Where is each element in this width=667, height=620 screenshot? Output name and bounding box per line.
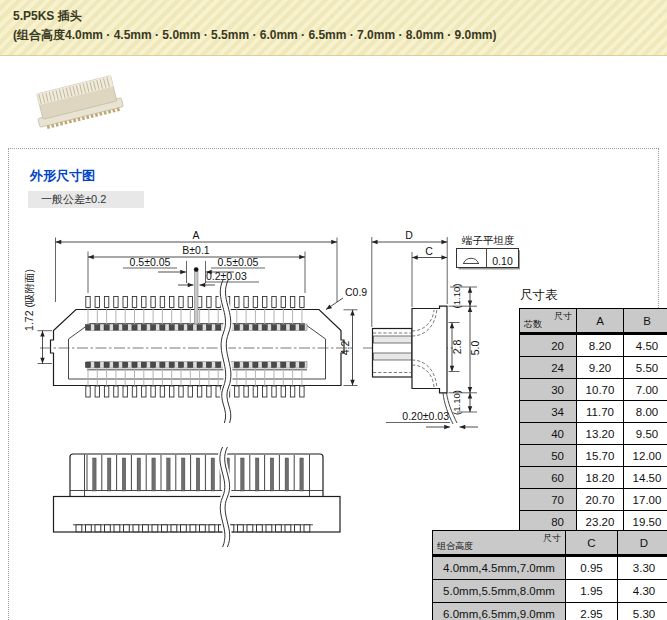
height-table-body: 4.0mm,4.5mm,7.0mm0.953.305.0mm,5.5mm,8.0… bbox=[433, 556, 667, 620]
flatness-title: 端子平坦度 bbox=[461, 234, 515, 246]
table-row: 3411.708.00 bbox=[520, 401, 667, 423]
value-cell: 8.00 bbox=[624, 401, 667, 423]
value-cell: 7.00 bbox=[624, 379, 667, 401]
paren-110-top: (1.10) bbox=[451, 284, 462, 309]
size-table-header-row: 尺寸 芯数 A B bbox=[520, 309, 667, 334]
value-cell: 3.30 bbox=[618, 556, 667, 580]
value-cell: 4.30 bbox=[618, 580, 667, 603]
table-row: 6.0mm,6.5mm,9.0mm2.955.30 bbox=[433, 603, 667, 620]
value-cell: 0.95 bbox=[566, 556, 618, 580]
size-table-body: 208.204.50249.205.503010.707.003411.708.… bbox=[520, 334, 667, 556]
table-row: 5.0mm,5.5mm,8.0mm1.954.30 bbox=[433, 580, 667, 603]
chamfer-leader bbox=[326, 298, 343, 310]
chamfer-label: C0.9 bbox=[345, 286, 367, 298]
dim-label-half-left: 0.5±0.05 bbox=[130, 256, 171, 268]
page-header: 5.P5KS 插头 (组合高度4.0mm · 4.5mm · 5.0mm · 5… bbox=[0, 0, 667, 56]
size-table: 尺寸 芯数 A B 208.204.50249.205.503010.707.0… bbox=[519, 308, 667, 557]
value-cell: 1.95 bbox=[566, 580, 618, 603]
height-table-corner-cell: 尺寸 组合高度 bbox=[433, 531, 566, 556]
dim-label-42: 4.2 bbox=[339, 341, 351, 356]
table-row: 4013.209.50 bbox=[520, 423, 667, 445]
dim-label-020: 0.20±0.03 bbox=[402, 410, 449, 422]
col-header-a: A bbox=[577, 309, 624, 334]
table-row: 6018.2014.50 bbox=[520, 467, 667, 489]
value-cell: 14.50 bbox=[624, 467, 667, 489]
dim-label-d: D bbox=[405, 229, 413, 241]
value-cell: 8.20 bbox=[577, 334, 624, 357]
col-header-b: B bbox=[624, 309, 667, 334]
value-cell: 11.70 bbox=[577, 401, 624, 423]
size-table-corner-cell: 尺寸 芯数 bbox=[520, 309, 577, 334]
row-header-cell: 5.0mm,5.5mm,8.0mm bbox=[433, 580, 566, 603]
page-subtitle: (组合高度4.0mm · 4.5mm · 5.0mm · 5.5mm · 6.0… bbox=[13, 28, 667, 43]
paren-110-bottom: (1.10) bbox=[451, 390, 462, 415]
side-body-outline bbox=[412, 306, 447, 393]
flatness-value: 0.10 bbox=[492, 255, 513, 267]
row-header-cell: 24 bbox=[520, 357, 577, 379]
row-header-cell: 20 bbox=[520, 334, 577, 357]
value-cell: 10.70 bbox=[577, 379, 624, 401]
corner-label-pins: 芯数 bbox=[524, 318, 542, 331]
dim-label-c: C bbox=[425, 245, 433, 257]
table-row: 3010.707.00 bbox=[520, 379, 667, 401]
connector-photo-graphic bbox=[32, 74, 124, 130]
value-cell: 9.50 bbox=[624, 423, 667, 445]
table-row: 208.204.50 bbox=[520, 334, 667, 357]
row-header-cell: 50 bbox=[520, 445, 577, 467]
table-row: 7020.7017.00 bbox=[520, 489, 667, 511]
row-header-cell: 30 bbox=[520, 379, 577, 401]
dim-label-50: 5.0 bbox=[469, 341, 481, 356]
dim-label-half-right: 0.5±0.05 bbox=[218, 256, 259, 268]
value-cell: 5.30 bbox=[618, 603, 667, 620]
datasheet-page: 5.P5KS 插头 (组合高度4.0mm · 4.5mm · 5.0mm · 5… bbox=[0, 0, 667, 620]
row-header-cell: 4.0mm,4.5mm,7.0mm bbox=[433, 556, 566, 580]
value-cell: 15.70 bbox=[577, 445, 624, 467]
height-table-header-row: 尺寸 组合高度 C D bbox=[433, 531, 667, 556]
value-cell: 17.00 bbox=[624, 489, 667, 511]
product-photo bbox=[24, 68, 136, 142]
row-header-cell: 60 bbox=[520, 467, 577, 489]
row-header-cell: 70 bbox=[520, 489, 577, 511]
height-table: 尺寸 组合高度 C D 4.0mm,4.5mm,7.0mm0.953.305.0… bbox=[432, 530, 667, 620]
center-pin bbox=[194, 271, 198, 324]
row-header-cell: 34 bbox=[520, 401, 577, 423]
value-cell: 20.70 bbox=[577, 489, 624, 511]
col-header-d: D bbox=[618, 531, 667, 556]
dim-label-02: 0.2±0.03 bbox=[206, 270, 247, 282]
tolerance-note: 一般公差±0.2 bbox=[28, 191, 144, 208]
dim-label-28: 2.8 bbox=[451, 340, 463, 355]
table-row: 4.0mm,4.5mm,7.0mm0.953.30 bbox=[433, 556, 667, 580]
col-header-c: C bbox=[566, 531, 618, 556]
corner-label-size: 尺寸 bbox=[554, 310, 572, 323]
value-cell: 13.20 bbox=[577, 423, 624, 445]
page-title: 5.P5KS 插头 bbox=[13, 9, 667, 24]
row-header-cell: 40 bbox=[520, 423, 577, 445]
value-cell: 12.00 bbox=[624, 445, 667, 467]
corner-label-height: 组合高度 bbox=[437, 540, 473, 553]
value-cell: 2.95 bbox=[566, 603, 618, 620]
datum-dot bbox=[194, 267, 199, 272]
table-row: 249.205.50 bbox=[520, 357, 667, 379]
dim-label-b: B±0.1 bbox=[182, 244, 210, 256]
value-cell: 18.20 bbox=[577, 467, 624, 489]
section-title: 外形尺寸图 bbox=[30, 167, 95, 185]
row-header-cell: 6.0mm,6.5mm,9.0mm bbox=[433, 603, 566, 620]
value-cell: 9.20 bbox=[577, 357, 624, 379]
table-row: 5015.7012.00 bbox=[520, 445, 667, 467]
suction-label: 1.72 (吸附面) bbox=[23, 269, 35, 331]
corner-label-size: 尺寸 bbox=[543, 532, 561, 545]
value-cell: 4.50 bbox=[624, 334, 667, 357]
dim-label-a: A bbox=[192, 229, 199, 241]
value-cell: 5.50 bbox=[624, 357, 667, 379]
size-table-title: 尺寸表 bbox=[520, 287, 558, 304]
